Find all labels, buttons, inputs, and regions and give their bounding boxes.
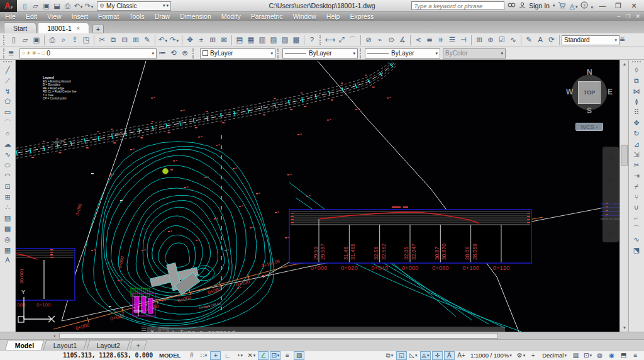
publish-icon[interactable]: ⇪	[69, 35, 80, 45]
dim-jogline-icon[interactable]: ∿	[508, 35, 519, 45]
cut-icon[interactable]: ✂	[96, 35, 108, 45]
polygon-icon[interactable]: ⬠	[2, 96, 14, 107]
pan-icon[interactable]: ✥	[184, 35, 196, 45]
undo-icon[interactable]: ↶	[73, 1, 84, 11]
vertical-scroll-thumb[interactable]	[621, 145, 628, 166]
plot-preview-icon[interactable]: ⌕	[58, 35, 69, 45]
units-label[interactable]: Decimal	[540, 351, 569, 360]
dynamic-ucs-icon[interactable]: ◺	[408, 351, 419, 360]
copy-icon[interactable]: ⧉	[631, 76, 643, 86]
tab-start[interactable]: Start	[4, 22, 36, 33]
scroll-left-icon[interactable]: ‹	[50, 332, 59, 339]
explode-icon[interactable]: ⬔	[631, 245, 643, 256]
zoom-realtime-icon[interactable]: ±	[196, 35, 207, 45]
save-icon[interactable]: ▣	[31, 35, 42, 45]
layer-previous-icon[interactable]: ⟲	[168, 48, 179, 59]
scroll-down-icon[interactable]: ▼	[620, 323, 629, 332]
horizontal-scrollbar[interactable]: ‹	[0, 332, 644, 339]
search-input[interactable]	[411, 1, 504, 10]
a360-icon[interactable]: ◬	[569, 2, 577, 10]
offset-icon[interactable]: ≬	[631, 96, 643, 107]
navbar-caret-icon[interactable]: ▾	[609, 190, 611, 194]
object-snap-icon[interactable]: ⊡	[270, 351, 280, 360]
steering-wheel-icon[interactable]: ◉	[607, 152, 614, 160]
snap-mode-icon[interactable]: ∷	[198, 351, 209, 360]
model-space-label[interactable]: MODEL	[159, 352, 180, 359]
linetype-select[interactable]: ByLayer▾	[282, 48, 358, 59]
osnap-tracking-icon[interactable]: ∠	[258, 351, 269, 360]
redo-icon[interactable]: ↷	[84, 1, 94, 11]
save-icon[interactable]: ▣	[41, 1, 52, 11]
mtext-icon[interactable]: A	[2, 255, 14, 266]
grid-display-icon[interactable]: #	[186, 351, 197, 360]
revision-cloud-icon[interactable]: ☁	[2, 139, 14, 150]
mirror-icon[interactable]: ⋈	[631, 86, 643, 97]
erase-icon[interactable]: ◊	[631, 65, 643, 76]
make-layer-current-icon[interactable]: ≔	[157, 48, 168, 59]
viewcube-top-face[interactable]: TOP	[578, 81, 601, 104]
copy-clip-icon[interactable]: ⧉	[108, 35, 119, 45]
tolerance-icon[interactable]: ⊞	[474, 35, 485, 45]
array-icon[interactable]: ⠿	[631, 107, 643, 118]
menu-window[interactable]: Window	[287, 13, 321, 20]
menu-parametric[interactable]: Parametric	[246, 13, 288, 20]
markup-icon[interactable]: ▨	[279, 35, 291, 45]
tab-drawing[interactable]: 18001-1×	[38, 22, 89, 33]
vertical-scrollbar[interactable]: ▲ ▼	[619, 60, 628, 332]
hatch-icon[interactable]: ▨	[2, 213, 14, 223]
zoom-previous-icon[interactable]: ⊠	[218, 35, 230, 45]
app-store-cart-icon[interactable]	[558, 2, 566, 10]
lineweight-icon[interactable]: ≡	[282, 351, 292, 360]
break-icon[interactable]: ⑂	[631, 192, 643, 203]
workspace-select[interactable]: ⚙My Classic▾ ▾	[97, 1, 171, 11]
horizontal-scroll-thumb[interactable]	[59, 333, 498, 339]
pan-icon[interactable]: ✥	[608, 176, 614, 184]
doc-minimize-button[interactable]: ‒	[617, 13, 620, 20]
move-icon[interactable]: ✥	[631, 118, 643, 128]
menu-edit[interactable]: Edit	[21, 13, 42, 20]
viewcube-south[interactable]: S	[587, 106, 592, 115]
menu-modify[interactable]: Modify	[216, 13, 246, 20]
dim-quick-icon[interactable]: ⋖	[413, 35, 424, 45]
point-icon[interactable]: ∴	[2, 202, 14, 213]
dim-continue-icon[interactable]: ⧺	[435, 35, 447, 45]
dim-angular-icon[interactable]: ∡	[397, 35, 408, 45]
undo-icon[interactable]: ↶	[157, 35, 169, 45]
ellipse-arc-icon[interactable]: ◠	[2, 171, 14, 181]
etransmit-icon[interactable]: ◳	[80, 35, 92, 45]
polyline-icon[interactable]: ↯	[2, 86, 14, 97]
plot-icon[interactable]: ⎙	[62, 1, 73, 11]
command-input[interactable]: ≻ Type a command	[169, 327, 505, 332]
annotation-visibility-icon[interactable]: A	[444, 351, 455, 360]
command-close-icon[interactable]: ×	[147, 327, 158, 332]
rotate-icon[interactable]: ↻	[631, 128, 643, 139]
dim-update-icon[interactable]: ⟳	[546, 35, 557, 45]
annotation-autoscale-icon[interactable]: A+	[456, 351, 467, 360]
make-block-icon[interactable]: ⊞	[2, 192, 14, 203]
viewcube-north[interactable]: N	[587, 68, 592, 77]
dim-radius-icon[interactable]: ⊘	[363, 35, 374, 45]
3d-object-snap-icon[interactable]: ◱	[396, 351, 407, 360]
region-icon[interactable]: ◎	[2, 234, 14, 245]
customization-icon[interactable]: ≡	[630, 351, 641, 360]
gizmo-icon[interactable]: ✛	[432, 351, 443, 360]
tab-layout1[interactable]: Layout1	[43, 340, 87, 350]
sheet-set-icon[interactable]: ▧	[268, 35, 279, 45]
stretch-icon[interactable]: ⇲	[631, 149, 643, 160]
dim-style-manager-icon[interactable]: ≝	[619, 36, 631, 44]
polar-tracking-icon[interactable]: ◔	[234, 351, 245, 360]
menu-tools[interactable]: Tools	[124, 13, 150, 20]
orbit-icon[interactable]: ↻	[608, 215, 614, 223]
designcenter-icon[interactable]: ▦	[245, 35, 257, 45]
circle-icon[interactable]: ○	[2, 128, 14, 139]
menu-insert[interactable]: Insert	[67, 13, 93, 20]
wcs-button[interactable]: WCS	[575, 123, 603, 131]
dim-inspect-icon[interactable]: ☑	[496, 35, 508, 45]
selection-filtering-icon[interactable]: ◬	[420, 351, 431, 360]
isodraft-icon[interactable]: ✕	[246, 351, 257, 360]
zoom-window-icon[interactable]: ⊞	[207, 35, 218, 45]
menu-file[interactable]: File	[0, 13, 21, 20]
help-icon[interactable]: ?	[580, 1, 593, 10]
dim-jogged-icon[interactable]: ⌁	[374, 35, 386, 45]
command-grip[interactable]	[142, 327, 146, 332]
